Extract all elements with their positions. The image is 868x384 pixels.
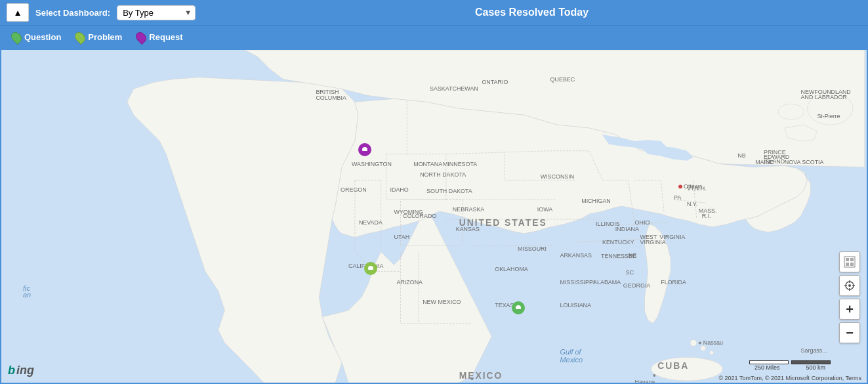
- svg-point-100: [653, 374, 655, 377]
- svg-text:WISCONSIN: WISCONSIN: [541, 173, 574, 180]
- bing-logo-b: b: [8, 364, 15, 377]
- marker-washington[interactable]: [358, 143, 371, 161]
- svg-point-4: [690, 340, 697, 347]
- marker-california[interactable]: [364, 262, 377, 280]
- svg-point-8: [778, 104, 804, 119]
- scale-km-label: 500 km: [806, 364, 826, 371]
- map-svg: WASHINGTON OREGON NEVADA CALIFORNIA IDAH…: [1, 50, 867, 383]
- svg-text:Mexico City: Mexico City: [462, 382, 493, 383]
- svg-text:CUBA: CUBA: [657, 360, 689, 371]
- svg-point-5: [701, 345, 706, 351]
- svg-text:INDIANA: INDIANA: [615, 226, 639, 232]
- filter-bar: Question Problem Request: [0, 25, 868, 49]
- svg-text:UNITED STATES: UNITED STATES: [459, 217, 547, 228]
- header-bar: ▲ Select Dashboard: By Type By Status By…: [0, 0, 868, 25]
- svg-text:IOWA: IOWA: [537, 206, 552, 213]
- svg-text:NEW MEXICO: NEW MEXICO: [423, 299, 461, 305]
- collapse-button[interactable]: ▲: [7, 3, 29, 22]
- filter-label-request: Request: [149, 32, 182, 42]
- layers-button[interactable]: [839, 251, 860, 272]
- pin-question-icon: [9, 30, 24, 45]
- map-container[interactable]: WASHINGTON OREGON NEVADA CALIFORNIA IDAH…: [0, 49, 868, 384]
- svg-text:FLORIDA: FLORIDA: [661, 279, 686, 286]
- svg-text:NEWFOUNDLANDAND LABRADOR: NEWFOUNDLANDAND LABRADOR: [801, 89, 851, 100]
- scale-miles-label: 250 Miles: [754, 364, 780, 371]
- svg-text:Ottawa: Ottawa: [684, 183, 702, 190]
- svg-text:NORTH DAKOTA: NORTH DAKOTA: [420, 171, 466, 178]
- attribution-text: © 2021 TomTom, © 2021 Microsoft Corporat…: [718, 375, 861, 381]
- svg-point-133: [848, 284, 851, 287]
- svg-text:an: an: [23, 291, 31, 299]
- svg-text:R.I.: R.I.: [702, 213, 711, 219]
- bing-logo-rest: ing: [16, 364, 34, 377]
- svg-text:SC: SC: [626, 269, 634, 276]
- svg-text:MISSISSIPPI: MISSISSIPPI: [560, 279, 594, 286]
- svg-text:OKLAHOMA: OKLAHOMA: [495, 266, 528, 272]
- svg-text:MEXICO: MEXICO: [459, 370, 503, 381]
- select-label: Select Dashboard:: [35, 8, 110, 18]
- svg-text:IDAHO: IDAHO: [390, 186, 409, 193]
- svg-text:PA: PA: [674, 194, 681, 201]
- svg-text:ARIZONA: ARIZONA: [396, 279, 423, 286]
- svg-rect-131: [850, 263, 854, 266]
- svg-text:NEVADA: NEVADA: [359, 219, 382, 226]
- zoom-in-button[interactable]: +: [839, 299, 860, 320]
- svg-text:LOUISIANA: LOUISIANA: [560, 302, 591, 309]
- svg-text:NEBRASKA: NEBRASKA: [453, 206, 485, 213]
- svg-point-96: [678, 184, 682, 188]
- svg-text:UTAH: UTAH: [394, 234, 409, 240]
- svg-text:OHIO: OHIO: [635, 219, 650, 226]
- svg-text:Nassau: Nassau: [703, 339, 723, 346]
- filter-chip-request[interactable]: Request: [131, 30, 188, 45]
- pin-request-icon: [134, 30, 149, 45]
- svg-text:OREGON: OREGON: [341, 186, 367, 193]
- scale-bar: 250 Miles 500 km: [749, 360, 831, 371]
- svg-text:Gulf of: Gulf of: [560, 348, 581, 356]
- svg-text:NC: NC: [629, 252, 637, 259]
- svg-text:Havana: Havana: [635, 379, 655, 383]
- locate-button[interactable]: [839, 275, 860, 296]
- svg-text:Sargass...: Sargass...: [801, 347, 827, 354]
- svg-text:NOVA SCOTIA: NOVA SCOTIA: [785, 159, 824, 165]
- svg-text:NB: NB: [737, 152, 745, 159]
- svg-rect-129: [850, 258, 854, 261]
- bing-logo: bing: [8, 364, 34, 377]
- app-container: ▲ Select Dashboard: By Type By Status By…: [0, 0, 868, 384]
- svg-text:Mexico: Mexico: [560, 356, 583, 364]
- svg-rect-128: [846, 258, 849, 261]
- svg-text:MINNESOTA: MINNESOTA: [443, 161, 477, 167]
- marker-texas[interactable]: [512, 301, 525, 320]
- pin-problem-icon: [73, 30, 88, 45]
- filter-chip-question[interactable]: Question: [7, 30, 66, 45]
- page-title: Cases Resolved Today: [202, 7, 861, 18]
- svg-text:ALABAMA: ALABAMA: [593, 279, 621, 286]
- zoom-out-icon: −: [846, 326, 854, 339]
- zoom-out-button[interactable]: −: [839, 322, 860, 343]
- svg-point-115: [471, 377, 474, 380]
- svg-text:KENTUCKY: KENTUCKY: [602, 239, 634, 245]
- dashboard-select[interactable]: By Type By Status By Agent: [117, 5, 196, 20]
- svg-text:SASKATCHEWAN: SASKATCHEWAN: [430, 85, 478, 92]
- filter-chip-problem[interactable]: Problem: [70, 30, 127, 45]
- svg-text:VIRGINIA: VIRGINIA: [659, 234, 685, 240]
- svg-text:GEORGIA: GEORGIA: [623, 282, 651, 289]
- svg-text:MICHIGAN: MICHIGAN: [581, 198, 611, 204]
- svg-text:MONTANA: MONTANA: [413, 161, 442, 167]
- svg-text:ARKANSAS: ARKANSAS: [560, 252, 592, 259]
- filter-label-problem: Problem: [88, 32, 122, 42]
- zoom-in-icon: +: [846, 303, 854, 316]
- svg-point-6: [710, 351, 714, 354]
- svg-text:St-Pierre: St-Pierre: [817, 113, 840, 119]
- filter-label-question: Question: [24, 32, 61, 42]
- svg-point-98: [699, 341, 701, 344]
- svg-text:COLORADO: COLORADO: [403, 213, 436, 219]
- svg-text:SOUTH DAKOTA: SOUTH DAKOTA: [426, 188, 472, 194]
- dashboard-select-wrapper: By Type By Status By Agent ▼: [117, 5, 196, 20]
- svg-text:N.Y.: N.Y.: [687, 201, 697, 207]
- svg-text:WASHINGTON: WASHINGTON: [352, 161, 392, 167]
- svg-text:ONTARIO: ONTARIO: [482, 79, 508, 85]
- svg-text:QUEBEC: QUEBEC: [550, 76, 575, 83]
- collapse-icon: ▲: [13, 8, 22, 18]
- svg-rect-130: [846, 263, 849, 266]
- map-controls: + −: [839, 251, 860, 343]
